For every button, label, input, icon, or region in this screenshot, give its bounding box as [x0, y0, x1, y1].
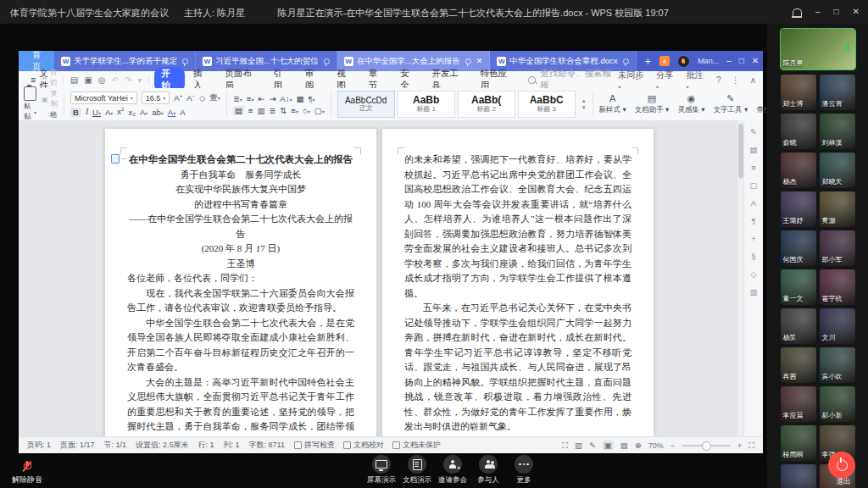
- redo-icon[interactable]: ↷: [125, 75, 131, 85]
- action-invite[interactable]: +邀请参会: [436, 455, 470, 485]
- participant-tile[interactable]: 罗绍威: [781, 464, 816, 488]
- align-center-button[interactable]: ≡: [248, 106, 253, 115]
- wps-close-button[interactable]: ✕: [752, 57, 759, 65]
- minimize-button[interactable]: –: [815, 8, 821, 16]
- text-effects-button[interactable]: A▾: [140, 108, 147, 117]
- style-chip[interactable]: AaBb(标题 2: [458, 91, 515, 118]
- wps-restore-button[interactable]: □: [739, 57, 744, 65]
- side-panel-icon[interactable]: ▥: [750, 287, 758, 297]
- participant-tile[interactable]: 邵小军: [820, 230, 855, 266]
- underline-button[interactable]: U▾: [92, 108, 101, 117]
- undo-icon[interactable]: ↶: [111, 75, 118, 85]
- phonetic-guide-button[interactable]: 壹▾: [209, 92, 220, 103]
- close-button[interactable]: ✕: [853, 8, 860, 16]
- two-page-icon[interactable]: ▥: [575, 441, 582, 450]
- wps-account-name[interactable]: Man...: [698, 57, 719, 65]
- participant-tile[interactable]: 郝小新: [820, 386, 855, 422]
- justify-button[interactable]: ≣: [269, 106, 275, 115]
- tool-text-tools[interactable]: ✎文字工具 ▾: [714, 93, 748, 115]
- participant-tile[interactable]: 冉茜: [781, 347, 816, 383]
- grow-font-button[interactable]: A+: [174, 93, 182, 103]
- zoom-slider-knob[interactable]: [702, 441, 711, 451]
- participant-tile[interactable]: 黄灏: [820, 191, 855, 227]
- styles-up-icon[interactable]: ▲: [581, 98, 587, 103]
- document-page-left[interactable]: 在中华全国学生联合会第二十七次代表大会上的报告 勇于自我革命 服务同学成长在实现…: [104, 128, 377, 437]
- participant-tile[interactable]: 霍宇杭: [820, 269, 855, 305]
- exit-meeting-button[interactable]: [828, 452, 855, 479]
- side-panel-icon[interactable]: ≡: [751, 163, 756, 172]
- presenter-tile[interactable]: 陈月星: [781, 29, 855, 69]
- style-chip[interactable]: AaBbCcDd正文: [337, 91, 395, 118]
- side-panel-icon[interactable]: ▤: [750, 145, 758, 154]
- zoom-slider[interactable]: [682, 445, 731, 446]
- side-panel-icon[interactable]: ◇: [750, 269, 756, 279]
- align-right-button[interactable]: ▥: [257, 106, 264, 115]
- line-spacing-button[interactable]: A↕▾: [280, 94, 292, 103]
- upgrade-badge-icon[interactable]: 4: [659, 56, 670, 66]
- participant-tile[interactable]: 董一文: [781, 269, 816, 305]
- new-tab-button[interactable]: +: [637, 51, 660, 71]
- paragraph-mark-button[interactable]: ¶▾: [308, 94, 314, 103]
- outline-view-icon[interactable]: ▤: [620, 441, 628, 450]
- side-panel-icon[interactable]: §: [751, 252, 755, 261]
- action-doc-share[interactable]: 文档演示: [400, 455, 434, 485]
- print-icon[interactable]: ▣: [84, 75, 92, 85]
- participant-tile[interactable]: 桂雨桐: [781, 425, 816, 461]
- paste-button[interactable]: 粘贴▾: [24, 86, 36, 122]
- chevron-down-icon[interactable]: ▾: [137, 75, 142, 85]
- status-check[interactable]: 拼写检查: [294, 440, 335, 451]
- participant-tile[interactable]: 杨杰: [781, 152, 816, 188]
- participant-tile[interactable]: 郑晓天: [820, 152, 855, 188]
- superscript-button[interactable]: x2: [117, 107, 124, 116]
- unmute-button[interactable]: 解除静音: [5, 461, 49, 485]
- decrease-indent-button[interactable]: ⇤: [258, 94, 264, 103]
- action-screen-share[interactable]: 屏幕演示: [364, 455, 398, 485]
- collapse-ribbon-icon[interactable]: ∧: [750, 75, 756, 85]
- fullscreen-icon[interactable]: ⛶: [748, 441, 754, 451]
- side-panel-icon[interactable]: +: [751, 234, 756, 243]
- wps-account-avatar[interactable]: [677, 55, 690, 68]
- shading-button[interactable]: ▦: [296, 94, 303, 103]
- char-shading-button[interactable]: A: [180, 108, 185, 117]
- participant-tile[interactable]: 杨笑: [781, 308, 816, 344]
- participant-tile[interactable]: 王璐妤: [781, 191, 816, 227]
- participant-tile[interactable]: 郑士博: [781, 75, 816, 110]
- side-panel-icon[interactable]: A: [751, 198, 756, 208]
- clear-format-button[interactable]: ◇: [199, 93, 205, 103]
- notification-bell-icon[interactable]: [793, 8, 802, 16]
- close-tab-icon[interactable]: ✕: [476, 57, 483, 65]
- outline-bookmark-icon[interactable]: [111, 154, 126, 164]
- border-button[interactable]: ▢▾: [314, 106, 325, 115]
- status-check[interactable]: 文档未保护: [392, 440, 441, 451]
- status-check[interactable]: 文档校对: [343, 440, 384, 451]
- highlight-button[interactable]: ab▾: [152, 108, 164, 117]
- strikethrough-button[interactable]: A▾: [105, 108, 113, 117]
- side-panel-icon[interactable]: ✎: [750, 127, 757, 136]
- font-name-select[interactable]: Microsoft YaHei▾: [70, 92, 137, 104]
- tool-new-style[interactable]: A新样式 ▾: [599, 93, 626, 115]
- action-more[interactable]: 更多: [507, 455, 541, 485]
- participant-tile[interactable]: 刘林溪: [820, 114, 855, 149]
- numbered-list-button[interactable]: ≡▾: [247, 94, 254, 103]
- tool-doc-assistant[interactable]: ▤文档助手 ▾: [635, 93, 670, 115]
- participant-tile[interactable]: 李应晨: [781, 386, 816, 422]
- zoom-level[interactable]: 70%: [648, 441, 664, 450]
- sort-button[interactable]: ≡▾: [291, 106, 298, 115]
- print-layout-icon[interactable]: ▣: [603, 441, 614, 450]
- edit-mode-icon[interactable]: ✎: [589, 441, 596, 450]
- font-color-button[interactable]: A▾: [168, 108, 175, 117]
- shading-color-button[interactable]: ○▾: [303, 106, 310, 115]
- distribute-button[interactable]: ⇅: [280, 106, 287, 115]
- copy-button[interactable]: ▣复制: [42, 89, 58, 109]
- side-panel-icon[interactable]: ▢: [750, 180, 758, 190]
- help-icon[interactable]: ?: [716, 75, 721, 85]
- side-panel-icon[interactable]: ¶: [751, 216, 755, 225]
- menubar-批注-button[interactable]: 批注 ▾: [687, 69, 707, 91]
- shrink-font-button[interactable]: A−: [186, 93, 195, 103]
- participant-tile[interactable]: 文川: [820, 308, 855, 344]
- style-chip[interactable]: AaBb标题 1: [398, 91, 455, 118]
- align-left-button[interactable]: ▤: [233, 106, 244, 115]
- zoom-out-button[interactable]: −: [670, 441, 675, 450]
- zoom-in-button[interactable]: +: [737, 441, 742, 450]
- participant-tile[interactable]: 俞晓: [781, 114, 816, 149]
